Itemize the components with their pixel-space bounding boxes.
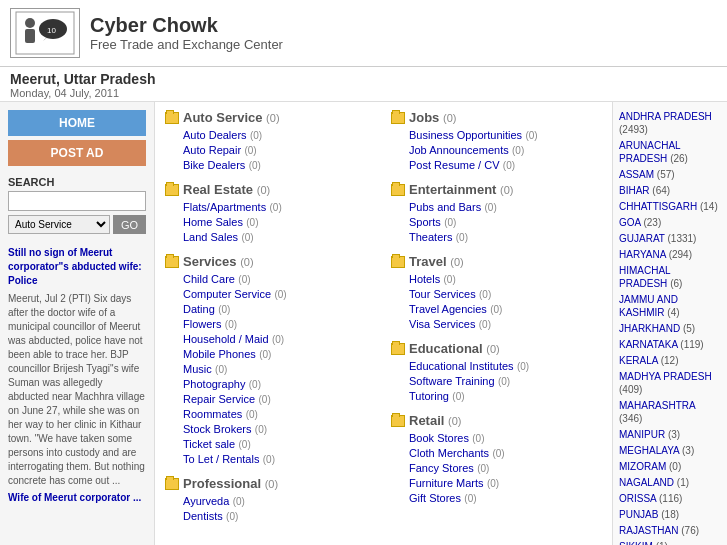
cat-item-link[interactable]: Tour Services	[409, 288, 476, 300]
cat-item-link[interactable]: Book Stores	[409, 432, 469, 444]
category-professional: Professional (0) Ayurveda (0) Dentists (…	[165, 476, 376, 523]
folder-icon	[165, 184, 179, 196]
state-link[interactable]: KERALA (12)	[619, 354, 721, 367]
cat-item-link[interactable]: Dating	[183, 303, 215, 315]
cat-item-link[interactable]: Mobile Phones	[183, 348, 256, 360]
list-item: Household / Maid (0)	[183, 332, 376, 346]
state-link[interactable]: MADHYA PRADESH (409)	[619, 370, 721, 396]
list-item: Pubs and Bars (0)	[409, 200, 602, 214]
cat-item-link[interactable]: Travel Agencies	[409, 303, 487, 315]
category-title-link[interactable]: Educational (0)	[409, 341, 500, 356]
state-link[interactable]: JAMMU AND KASHMIR (4)	[619, 293, 721, 319]
state-link[interactable]: MEGHALAYA (3)	[619, 444, 721, 457]
list-item: Cloth Merchants (0)	[409, 446, 602, 460]
category-title-link[interactable]: Real Estate (0)	[183, 182, 270, 197]
cat-item-link[interactable]: Job Announcements	[409, 144, 509, 156]
home-button[interactable]: HOME	[8, 110, 146, 136]
cat-item-link[interactable]: Gift Stores	[409, 492, 461, 504]
state-link[interactable]: GOA (23)	[619, 216, 721, 229]
cat-item-link[interactable]: Stock Brokers	[183, 423, 251, 435]
cat-item-link[interactable]: Household / Maid	[183, 333, 269, 345]
news-section: Still no sign of Meerut corporator"s abd…	[0, 240, 154, 511]
state-link[interactable]: HIMACHAL PRADESH (6)	[619, 264, 721, 290]
search-input[interactable]	[8, 191, 146, 211]
state-link[interactable]: RAJASTHAN (76)	[619, 524, 721, 537]
cat-item-link[interactable]: Furniture Marts	[409, 477, 484, 489]
cat-item-link[interactable]: Educational Institutes	[409, 360, 514, 372]
cat-item-link[interactable]: Roommates	[183, 408, 242, 420]
state-link[interactable]: ORISSA (116)	[619, 492, 721, 505]
search-go-button[interactable]: GO	[113, 215, 146, 234]
state-link[interactable]: ARUNACHAL PRADESH (26)	[619, 139, 721, 165]
state-link[interactable]: JHARKHAND (5)	[619, 322, 721, 335]
category-title-link[interactable]: Auto Service (0)	[183, 110, 280, 125]
category-title-link[interactable]: Professional (0)	[183, 476, 278, 491]
cat-item-link[interactable]: Photography	[183, 378, 245, 390]
categories-right-col: Jobs (0) Business Opportunities (0) Job …	[391, 110, 602, 533]
cat-item-link[interactable]: Pubs and Bars	[409, 201, 481, 213]
cat-item-link[interactable]: Flats/Apartments	[183, 201, 266, 213]
cat-item-link[interactable]: Software Training	[409, 375, 495, 387]
cat-item-link[interactable]: Ayurveda	[183, 495, 229, 507]
category-retail: Retail (0) Book Stores (0) Cloth Merchan…	[391, 413, 602, 505]
folder-icon	[391, 415, 405, 427]
cat-item-link[interactable]: Auto Dealers	[183, 129, 247, 141]
state-link[interactable]: MANIPUR (3)	[619, 428, 721, 441]
cat-item-link[interactable]: Cloth Merchants	[409, 447, 489, 459]
list-item: Roommates (0)	[183, 407, 376, 421]
cat-item-link[interactable]: Bike Dealers	[183, 159, 245, 171]
folder-icon	[165, 112, 179, 124]
professional-items: Ayurveda (0) Dentists (0)	[165, 494, 376, 523]
cat-item-link[interactable]: Ticket sale	[183, 438, 235, 450]
list-item: Mobile Phones (0)	[183, 347, 376, 361]
category-title-link[interactable]: Jobs (0)	[409, 110, 456, 125]
list-item: Educational Institutes (0)	[409, 359, 602, 373]
news-headline-link[interactable]: Still no sign of Meerut corporator"s abd…	[8, 247, 142, 286]
cat-item-link[interactable]: Fancy Stores	[409, 462, 474, 474]
state-link[interactable]: SIKKIM (1)	[619, 540, 721, 545]
list-item: Job Announcements (0)	[409, 143, 602, 157]
state-link[interactable]: ASSAM (57)	[619, 168, 721, 181]
news-more-link[interactable]: Wife of Meerut corporator ...	[8, 491, 146, 505]
cat-item-link[interactable]: Home Sales	[183, 216, 243, 228]
cat-item-link[interactable]: Flowers	[183, 318, 222, 330]
cat-item-link[interactable]: Dentists	[183, 510, 223, 522]
list-item: Sports (0)	[409, 215, 602, 229]
cat-item-link[interactable]: Business Opportunities	[409, 129, 522, 141]
category-title-link[interactable]: Entertainment (0)	[409, 182, 513, 197]
cat-item-link[interactable]: To Let / Rentals	[183, 453, 259, 465]
category-jobs: Jobs (0) Business Opportunities (0) Job …	[391, 110, 602, 172]
list-item: Dating (0)	[183, 302, 376, 316]
main-layout: HOME POST AD SEARCH Auto Service Real Es…	[0, 102, 727, 545]
cat-item-link[interactable]: Child Care	[183, 273, 235, 285]
search-category-select[interactable]: Auto Service Real Estate Services Jobs E…	[8, 215, 110, 234]
category-title-link[interactable]: Travel (0)	[409, 254, 464, 269]
state-link[interactable]: NAGALAND (1)	[619, 476, 721, 489]
cat-item-link[interactable]: Music	[183, 363, 212, 375]
category-title-link[interactable]: Services (0)	[183, 254, 254, 269]
post-ad-button[interactable]: POST AD	[8, 140, 146, 166]
cat-item-link[interactable]: Theaters	[409, 231, 452, 243]
cat-item-link[interactable]: Hotels	[409, 273, 440, 285]
cat-item-link[interactable]: Repair Service	[183, 393, 255, 405]
cat-item-link[interactable]: Sports	[409, 216, 441, 228]
cat-item-link[interactable]: Computer Service	[183, 288, 271, 300]
cat-item-link[interactable]: Post Resume / CV	[409, 159, 499, 171]
cat-item-link[interactable]: Auto Repair	[183, 144, 241, 156]
list-item: Auto Dealers (0)	[183, 128, 376, 142]
state-link[interactable]: HARYANA (294)	[619, 248, 721, 261]
state-link[interactable]: GUJARAT (1331)	[619, 232, 721, 245]
category-title-link[interactable]: Retail (0)	[409, 413, 461, 428]
state-link[interactable]: KARNATAKA (119)	[619, 338, 721, 351]
category-services: Services (0) Child Care (0) Computer Ser…	[165, 254, 376, 466]
cat-item-link[interactable]: Visa Services	[409, 318, 475, 330]
state-link[interactable]: PUNJAB (18)	[619, 508, 721, 521]
cat-item-link[interactable]: Land Sales	[183, 231, 238, 243]
state-link[interactable]: CHHATTISGARH (14)	[619, 200, 721, 213]
state-link[interactable]: MIZORAM (0)	[619, 460, 721, 473]
state-link[interactable]: MAHARASHTRA (346)	[619, 399, 721, 425]
cat-item-link[interactable]: Tutoring	[409, 390, 449, 402]
state-link[interactable]: ANDHRA PRADESH (2493)	[619, 110, 721, 136]
state-link[interactable]: BIHAR (64)	[619, 184, 721, 197]
folder-icon	[391, 112, 405, 124]
